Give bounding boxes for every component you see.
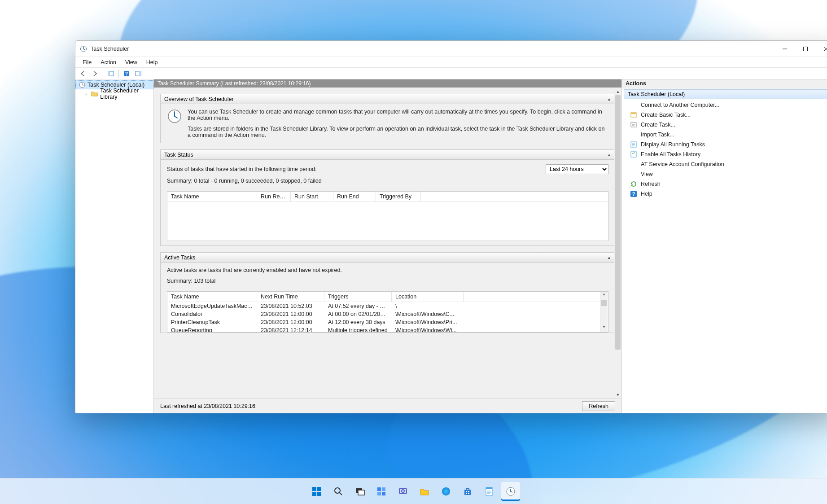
action-label: Import Task... <box>641 131 674 138</box>
window-body: Task Scheduler (Local) › Task Scheduler … <box>75 79 827 413</box>
table-row[interactable]: MicrosoftEdgeUpdateTaskMachine...23/08/2… <box>167 302 608 310</box>
chat-button[interactable] <box>394 482 412 501</box>
col-triggers[interactable]: Triggers <box>324 292 392 302</box>
active-grid-body: MicrosoftEdgeUpdateTaskMachine...23/08/2… <box>167 302 608 333</box>
action-label: Connect to Another Computer... <box>641 102 719 108</box>
blank-icon <box>630 161 637 168</box>
active-tasks-header[interactable]: Active Tasks ▲ <box>161 253 615 263</box>
col-location[interactable]: Location <box>392 292 464 302</box>
menu-action[interactable]: Action <box>96 58 121 66</box>
show-hide-tree-button[interactable] <box>105 69 116 79</box>
toolbar: ? <box>75 68 827 79</box>
center-header: Task Scheduler Summary (Last refreshed: … <box>154 79 621 88</box>
svg-rect-38 <box>486 487 492 489</box>
menu-view[interactable]: View <box>121 58 142 66</box>
col-run-end[interactable]: Run End <box>333 192 376 202</box>
chevron-up-icon: ▲ <box>607 153 611 157</box>
minimize-button[interactable] <box>774 42 795 56</box>
action-label: View <box>641 171 653 177</box>
overview-header[interactable]: Overview of Task Scheduler ▲ <box>161 94 615 104</box>
overview-title: Overview of Task Scheduler <box>164 96 234 102</box>
col-next-run-time[interactable]: Next Run Time <box>257 292 324 302</box>
action-display-all-running-tasks[interactable]: Display All Running Tasks <box>624 140 827 149</box>
action-label: Help <box>641 191 652 197</box>
col-triggered-by[interactable]: Triggered By <box>376 192 421 202</box>
store-button[interactable] <box>458 482 477 501</box>
action-enable-all-tasks-history[interactable]: Enable All Tasks History <box>624 149 827 159</box>
active-tasks-summary: Summary: 103 total <box>167 278 608 284</box>
tree-pane: Task Scheduler (Local) › Task Scheduler … <box>75 79 154 413</box>
scheduler-icon <box>79 81 86 88</box>
clock-icon <box>167 109 182 124</box>
table-row[interactable]: QueueReporting23/08/2021 12:12:14Multipl… <box>167 326 608 333</box>
tree-library[interactable]: › Task Scheduler Library <box>75 89 153 98</box>
svg-rect-26 <box>377 492 381 495</box>
notepad-button[interactable] <box>480 482 499 501</box>
actions-title: Actions <box>622 79 827 88</box>
col-run-result[interactable]: Run Result <box>257 192 291 202</box>
col-run-start[interactable]: Run Start <box>291 192 333 202</box>
center-footer: Last refreshed at 23/08/2021 10:29:16 Re… <box>154 399 621 413</box>
menubar: File Action View Help <box>75 57 827 68</box>
search-button[interactable] <box>329 482 348 501</box>
action-label: Create Task... <box>641 122 675 128</box>
table-row[interactable]: Consolidator23/08/2021 12:00:00At 00:00 … <box>167 310 608 318</box>
chevron-right-icon[interactable]: › <box>85 92 89 96</box>
widgets-button[interactable] <box>372 482 391 501</box>
status-grid-body <box>167 202 608 241</box>
col-task-name[interactable]: Task Name <box>167 292 257 302</box>
svg-rect-33 <box>466 491 467 492</box>
svg-rect-1 <box>804 47 808 51</box>
action-refresh[interactable]: Refresh <box>624 179 827 189</box>
action-view[interactable]: View▶ <box>624 169 827 179</box>
task-status-title: Task Status <box>164 152 193 158</box>
status-grid: Task Name Run Result Run Start Run End T… <box>167 191 608 241</box>
table-row[interactable]: PrinterCleanupTask23/08/2021 12:00:00At … <box>167 318 608 326</box>
action-label: Display All Running Tasks <box>641 141 705 148</box>
task-icon <box>630 121 637 128</box>
action-at-service-account-configuration[interactable]: AT Service Account Configuration <box>624 159 827 169</box>
action-create-basic-task[interactable]: Create Basic Task... <box>624 110 827 120</box>
action-create-task[interactable]: Create Task... <box>624 120 827 130</box>
status-period-select[interactable]: Last 24 hours <box>546 164 608 174</box>
task-scheduler-taskbar-button[interactable] <box>501 482 520 501</box>
close-button[interactable] <box>816 42 827 56</box>
menu-help[interactable]: Help <box>142 58 162 66</box>
task-status-header[interactable]: Task Status ▲ <box>161 150 615 160</box>
maximize-button[interactable] <box>795 42 816 56</box>
col-task-name[interactable]: Task Name <box>167 192 257 202</box>
center-scrollbar[interactable]: ▲ ▼ <box>614 88 621 399</box>
action-help[interactable]: ?Help <box>624 189 827 199</box>
file-explorer-button[interactable] <box>415 482 434 501</box>
active-grid-scrollbar[interactable]: ▲ ▼ <box>600 292 608 333</box>
action-label: AT Service Account Configuration <box>641 161 724 167</box>
task-view-button[interactable] <box>350 482 369 501</box>
svg-rect-36 <box>468 493 469 494</box>
active-grid-header: Task Name Next Run Time Triggers Locatio… <box>167 292 608 302</box>
nav-back-button[interactable] <box>78 69 89 79</box>
chevron-up-icon: ▲ <box>607 97 611 101</box>
svg-text:?: ? <box>125 71 128 76</box>
svg-rect-17 <box>312 487 316 491</box>
actions-group-header[interactable]: Task Scheduler (Local) ▲ <box>624 89 827 99</box>
blank-icon <box>630 171 637 178</box>
svg-rect-24 <box>377 487 381 491</box>
menu-file[interactable]: File <box>78 58 96 66</box>
tree-library-label: Task Scheduler Library <box>100 88 153 100</box>
status-period-label: Status of tasks that have started in the… <box>167 166 317 172</box>
action-label: Create Basic Task... <box>641 112 691 118</box>
show-hide-action-button[interactable] <box>133 69 144 79</box>
svg-rect-18 <box>317 487 321 491</box>
edge-button[interactable] <box>437 482 455 501</box>
titlebar: Task Scheduler <box>75 41 827 57</box>
help-toolbar-button[interactable]: ? <box>121 69 132 79</box>
svg-rect-32 <box>464 490 471 495</box>
svg-rect-25 <box>382 487 385 491</box>
last-refreshed-label: Last refreshed at 23/08/2021 10:29:16 <box>160 403 255 409</box>
start-button[interactable] <box>307 482 326 501</box>
action-import-task[interactable]: Import Task... <box>624 130 827 140</box>
nav-forward-button[interactable] <box>90 69 101 79</box>
refresh-button[interactable]: Refresh <box>582 401 615 411</box>
action-connect-to-another-computer[interactable]: Connect to Another Computer... <box>624 100 827 110</box>
svg-rect-14 <box>631 152 636 157</box>
